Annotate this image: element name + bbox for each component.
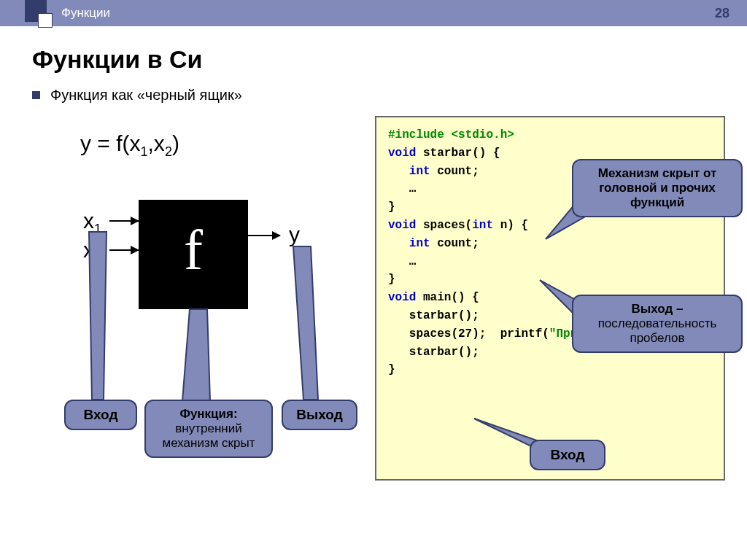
callout-tail-icon <box>175 309 219 401</box>
blackbox-diagram: y = f(x1,x2) f x1 x2 y Вход Функция:внут… <box>44 122 357 531</box>
black-box: f <box>139 200 248 309</box>
callout-input: Вход <box>64 400 137 430</box>
bullet-item: Функция как «черный ящик» <box>32 87 747 104</box>
page-number: 28 <box>715 6 729 21</box>
logo-squares-icon <box>25 0 53 28</box>
svg-marker-0 <box>89 232 107 400</box>
section-title: Функции <box>61 6 110 20</box>
svg-marker-1 <box>182 309 210 401</box>
svg-marker-2 <box>293 246 318 400</box>
callout-output-seq: Выход –последовательность пробелов <box>572 295 743 353</box>
callout-function: Функция:внутренний механизм скрыт <box>144 400 273 458</box>
bullet-text: Функция как «черный ящик» <box>50 87 242 104</box>
callout-tail-icon <box>292 246 328 400</box>
slide-header: Функции <box>0 0 747 26</box>
callout-mechanism: Механизм скрыт от головной и прочих функ… <box>572 159 743 217</box>
callout-tail-icon <box>474 419 540 448</box>
output-y-label: y <box>289 222 300 247</box>
slide-title: Функции в Си <box>32 45 747 74</box>
callout-output: Выход <box>282 400 357 430</box>
bullet-icon <box>32 91 40 99</box>
equation: y = f(x1,x2) <box>80 131 357 160</box>
callout-input-code: Вход <box>530 440 605 470</box>
svg-marker-5 <box>474 419 537 448</box>
arrow-icon <box>248 235 280 236</box>
arrow-icon <box>109 220 139 222</box>
callout-tail-icon <box>89 232 125 400</box>
